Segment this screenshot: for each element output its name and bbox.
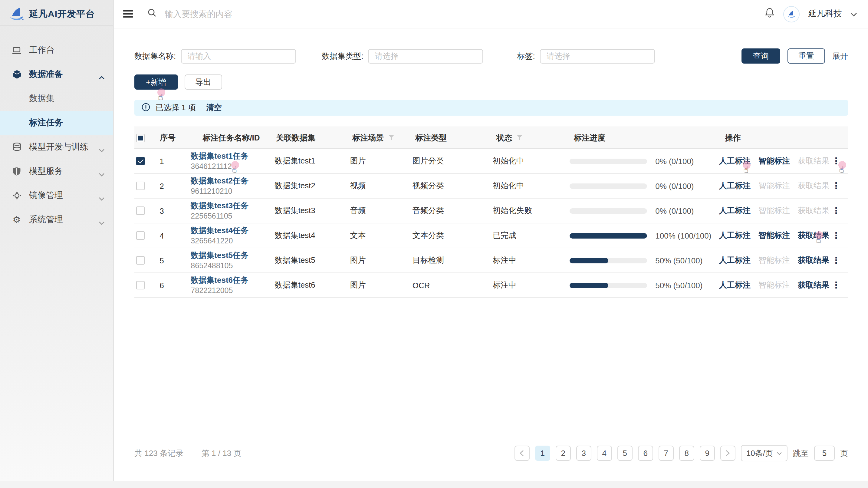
smart-annotate-link: 智能标注 — [758, 205, 790, 216]
status-text: 标注中 — [493, 255, 569, 266]
row-checkbox[interactable] — [136, 231, 145, 240]
next-page-button[interactable] — [720, 446, 736, 461]
chevron-down-icon[interactable] — [850, 8, 857, 19]
tag-select[interactable] — [540, 49, 655, 63]
notification-bell-icon[interactable] — [765, 7, 775, 21]
smart-annotate-link[interactable]: 智能标注 — [758, 230, 790, 241]
dataset-name-label: 数据集名称: — [134, 51, 176, 61]
progress-bar — [569, 257, 647, 263]
more-actions-icon[interactable]: ⋮ — [832, 180, 841, 191]
task-name-link[interactable]: 数据集test6任务 — [191, 275, 248, 285]
page-button[interactable]: 9 — [700, 446, 715, 461]
status-text: 标注中 — [493, 280, 569, 291]
manual-annotate-link[interactable]: 人工标注 — [719, 255, 751, 266]
dataset-type-select[interactable] — [368, 49, 483, 63]
global-search-input[interactable] — [163, 8, 420, 19]
jump-page-input[interactable] — [814, 446, 835, 461]
smart-annotate-link: 智能标注 — [758, 180, 790, 191]
user-avatar[interactable] — [783, 6, 800, 22]
select-all-checkbox[interactable] — [136, 133, 145, 142]
row-checkbox[interactable] — [136, 207, 145, 215]
clear-selection-link[interactable]: 清空 — [206, 102, 222, 113]
table-row: 3 数据集test3任务 2256561105 数据集test3 音频 音频分类… — [134, 199, 848, 223]
col-type: 标注类型 — [415, 132, 496, 143]
sidebar-item-model-service[interactable]: 模型服务 — [0, 159, 113, 183]
filter-funnel-icon[interactable] — [516, 133, 523, 142]
export-button[interactable]: 导出 — [184, 74, 222, 90]
sidebar-item-annotation-task[interactable]: 标注任务 — [0, 111, 113, 135]
col-task-name: 标注任务名称/ID — [191, 132, 276, 143]
smart-annotate-link[interactable]: 智能标注 — [758, 156, 790, 166]
filter-row: 数据集名称: 数据集类型: 标签: 查询 重置 展开 — [134, 49, 848, 64]
annotation-task-table: 序号 标注任务名称/ID 关联数据集 标注场景 标注类型 状态 标注进度 操作 — [134, 126, 848, 298]
task-name-link[interactable]: 数据集test5任务 — [191, 250, 248, 261]
sidebar-item-image-manage[interactable]: 镜像管理 — [0, 183, 113, 208]
page-button[interactable]: 6 — [638, 446, 653, 461]
task-name-link[interactable]: 数据集test2任务 — [191, 176, 248, 186]
query-button[interactable]: 查询 — [742, 49, 780, 64]
table-row: 5 数据集test5任务 8652488105 数据集test5 图片 目标检测… — [134, 248, 848, 273]
page-button[interactable]: 8 — [679, 446, 694, 461]
sidebar-item-label: 数据集 — [29, 93, 55, 104]
system-manage-icon: ⚙ — [11, 215, 22, 224]
task-name-link[interactable]: 数据集test3任务 — [191, 201, 248, 211]
task-id: 3265641220 — [191, 236, 233, 246]
page-button[interactable]: 4 — [597, 446, 612, 461]
task-id: 2256561105 — [191, 211, 232, 221]
row-checkbox[interactable] — [136, 157, 145, 165]
more-actions-icon[interactable]: ⋮ — [832, 205, 841, 216]
brand-logo-icon — [8, 7, 25, 21]
dataset-name: 数据集test2 — [275, 180, 350, 191]
dataset-name: 数据集test5 — [275, 255, 350, 266]
page-button[interactable]: 1 — [535, 446, 550, 461]
row-checkbox[interactable] — [136, 182, 145, 190]
fetch-results-link[interactable]: 获取结果 — [798, 255, 829, 266]
sidebar-item-workbench[interactable]: 工作台 — [0, 38, 113, 62]
annotation-type: OCR — [412, 281, 493, 290]
filter-funnel-icon[interactable] — [388, 133, 395, 142]
table-header-row: 序号 标注任务名称/ID 关联数据集 标注场景 标注类型 状态 标注进度 操作 — [134, 126, 848, 149]
sidebar-item-data-prep[interactable]: 数据准备 — [0, 62, 113, 87]
manual-annotate-link[interactable]: 人工标注 — [719, 156, 751, 166]
fetch-results-link[interactable]: 获取结果 — [798, 280, 829, 291]
sidebar-item-model-train[interactable]: 模型开发与训练 — [0, 135, 113, 159]
progress-text: 50% (50/100) — [655, 281, 703, 290]
expand-link[interactable]: 展开 — [832, 51, 848, 61]
task-name-link[interactable]: 数据集test4任务 — [191, 225, 248, 236]
menu-toggle-icon[interactable] — [123, 10, 133, 18]
task-name-link[interactable]: 数据集test1任务 — [191, 151, 248, 161]
manual-annotate-link[interactable]: 人工标注 — [719, 180, 751, 191]
page-suffix-label: 页 — [840, 448, 848, 459]
progress-bar — [569, 183, 647, 189]
manual-annotate-link[interactable]: 人工标注 — [719, 230, 751, 241]
page-button[interactable]: 7 — [658, 446, 674, 461]
more-actions-icon[interactable]: ⋮ — [832, 230, 841, 241]
page-size-select[interactable]: 10条/页 — [741, 445, 787, 461]
annotation-type: 目标检测 — [412, 255, 493, 266]
manual-annotate-link[interactable]: 人工标注 — [719, 205, 751, 216]
info-icon — [142, 103, 150, 113]
add-button[interactable]: +新增 — [134, 74, 178, 90]
more-actions-icon[interactable]: ⋮ — [832, 255, 841, 266]
page-button[interactable]: 5 — [617, 446, 632, 461]
fetch-results-link[interactable]: 获取结果 — [798, 230, 829, 241]
prev-page-button[interactable] — [515, 446, 530, 461]
task-id: 7822212005 — [191, 285, 233, 296]
row-checkbox[interactable] — [136, 281, 145, 289]
chevron-down-icon — [99, 169, 105, 179]
page-button[interactable]: 3 — [576, 446, 591, 461]
sidebar-item-dataset[interactable]: 数据集 — [0, 87, 113, 111]
manual-annotate-link[interactable]: 人工标注 — [719, 280, 751, 291]
more-actions-icon[interactable]: ⋮ — [832, 156, 841, 166]
smart-annotate-link: 智能标注 — [758, 255, 790, 266]
more-actions-icon[interactable]: ⋮ — [832, 280, 841, 291]
smart-annotate-link: 智能标注 — [758, 280, 790, 291]
table-row: 1 数据集test1任务 3646121112 数据集test1 图片 图片分类… — [134, 149, 848, 174]
reset-button[interactable]: 重置 — [787, 49, 825, 64]
dataset-name-input[interactable] — [181, 49, 296, 63]
sidebar-item-system-manage[interactable]: ⚙ 系统管理 — [0, 208, 113, 232]
status-text: 已完成 — [493, 230, 569, 241]
account-name[interactable]: 延凡科技 — [808, 8, 842, 19]
row-checkbox[interactable] — [136, 256, 145, 265]
page-button[interactable]: 2 — [556, 446, 571, 461]
